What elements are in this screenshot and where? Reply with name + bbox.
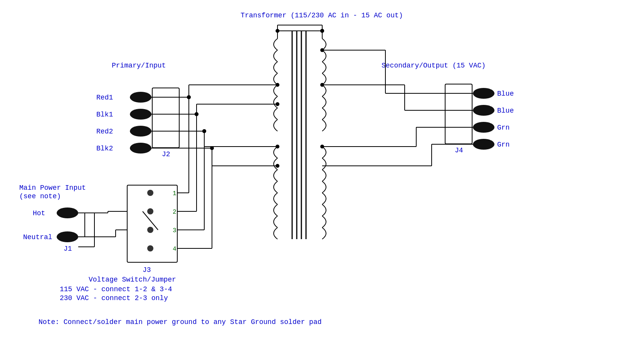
main-power-label1: Main Power Input — [19, 184, 86, 192]
note-text: Note: Connect/solder main power ground t… — [39, 318, 322, 326]
neutral-label: Neutral — [23, 233, 52, 241]
svg-point-9 — [130, 92, 151, 103]
svg-point-11 — [130, 126, 151, 137]
j1-label: J1 — [64, 245, 72, 253]
svg-point-76 — [195, 112, 198, 116]
svg-point-35 — [473, 105, 494, 116]
svg-point-60 — [147, 245, 153, 251]
blue2-label: Blue — [497, 107, 514, 115]
svg-point-32 — [276, 164, 279, 168]
svg-point-58 — [147, 208, 153, 214]
hot-label: Hot — [33, 209, 45, 217]
svg-point-12 — [130, 143, 151, 154]
svg-point-34 — [473, 88, 494, 99]
svg-point-30 — [276, 102, 279, 106]
svg-point-79 — [202, 129, 206, 133]
svg-point-55 — [57, 231, 78, 242]
voltage-switch-label: Voltage Switch/Jumper — [89, 276, 176, 283]
pin4-label: 4 — [173, 246, 177, 253]
svg-point-89 — [320, 29, 324, 33]
diagram-container: Transformer (115/230 AC in - 15 AC out) … — [0, 0, 644, 356]
v230-label: 230 VAC - connect 2-3 only — [60, 294, 168, 302]
svg-point-36 — [473, 122, 494, 133]
blk1-label: Blk1 — [96, 111, 113, 118]
v115-label: 115 VAC - connect 1-2 & 3-4 — [60, 285, 172, 293]
svg-point-70 — [187, 95, 191, 99]
red2-label: Red2 — [96, 128, 113, 135]
main-power-label2: (see note) — [19, 192, 61, 200]
pin3-label: 3 — [173, 227, 177, 234]
blue1-label: Blue — [497, 90, 514, 98]
svg-point-57 — [147, 190, 153, 196]
svg-point-42 — [320, 48, 324, 52]
svg-point-10 — [130, 109, 151, 120]
svg-point-29 — [276, 83, 279, 87]
svg-point-73 — [210, 146, 214, 150]
red1-label: Red1 — [96, 94, 113, 101]
grn1-label: Grn — [497, 124, 509, 132]
svg-point-50 — [320, 145, 324, 148]
svg-point-90 — [276, 29, 279, 33]
svg-point-31 — [276, 145, 279, 148]
grn2-label: Grn — [497, 141, 509, 148]
secondary-label: Secondary/Output (15 VAC) — [382, 62, 486, 69]
j3-label: J3 — [143, 266, 151, 274]
svg-point-37 — [473, 139, 494, 150]
svg-point-59 — [147, 227, 153, 233]
j2-label: J2 — [162, 150, 170, 158]
pin2-label: 2 — [173, 209, 177, 216]
pin1-label: 1 — [173, 190, 177, 197]
svg-point-46 — [320, 83, 324, 87]
blk2-label: Blk2 — [96, 145, 113, 152]
primary-label: Primary/Input — [112, 62, 166, 69]
svg-point-54 — [57, 208, 78, 218]
title: Transformer (115/230 AC in - 15 AC out) — [240, 12, 403, 19]
j4-label: J4 — [455, 147, 463, 154]
